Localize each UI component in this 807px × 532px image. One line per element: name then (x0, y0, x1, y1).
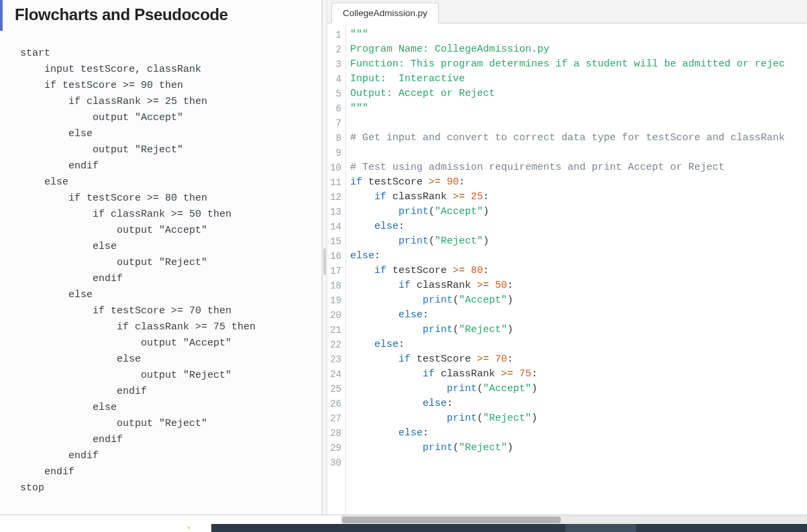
line-number: 13 (327, 205, 345, 219)
pseudocode-text: start input testScore, classRank if test… (20, 46, 305, 496)
code-line[interactable]: else: (350, 308, 807, 323)
line-number: 8 (327, 131, 345, 146)
line-number: 6 (327, 101, 345, 116)
code-line[interactable]: """ (350, 101, 807, 116)
code-line[interactable]: else: (350, 337, 807, 352)
editor-pane: CollegeAdmission.py 12345678910111213141… (327, 0, 807, 515)
code-line[interactable]: # Test using admission requirements and … (350, 160, 807, 175)
line-number: 15 (327, 234, 345, 249)
scrollbar-thumb[interactable] (342, 517, 561, 523)
file-tab-label: CollegeAdmission.py (343, 8, 427, 18)
code-line[interactable]: else: (350, 219, 807, 234)
editor-tab-bar: CollegeAdmission.py (327, 0, 807, 23)
code-line[interactable]: print("Reject") (350, 441, 807, 456)
code-line[interactable]: print("Accept") (350, 205, 807, 219)
line-number: 20 (327, 308, 345, 323)
line-number: 12 (327, 190, 345, 205)
line-number: 22 (327, 337, 345, 352)
line-number: 14 (327, 219, 345, 234)
line-number: 23 (327, 352, 345, 367)
file-tab[interactable]: CollegeAdmission.py (331, 3, 439, 23)
line-number: 11 (327, 175, 345, 190)
code-line[interactable]: print("Accept") (350, 293, 807, 308)
code-line[interactable]: Program Name: CollegeAdmission.py (350, 42, 807, 57)
line-number: 4 (327, 72, 345, 87)
code-line[interactable]: Output: Accept or Reject (350, 87, 807, 101)
code-line[interactable]: print("Reject") (350, 411, 807, 426)
code-line[interactable]: if classRank >= 25: (350, 190, 807, 205)
line-number: 27 (327, 411, 345, 426)
line-number: 7 (327, 116, 345, 131)
scrollbar-left-spacer (0, 515, 342, 524)
line-number-gutter: 1234567891011121314151617181920212223242… (327, 23, 346, 515)
code-line[interactable]: Input: Interactive (350, 72, 807, 87)
split-divider[interactable] (322, 0, 327, 515)
code-line[interactable] (350, 146, 807, 160)
line-number: 30 (327, 456, 345, 470)
code-line[interactable] (350, 456, 807, 470)
instructions-title: Flowcharts and Pseudocode (15, 5, 228, 24)
code-line[interactable]: Function: This program determines if a s… (350, 57, 807, 72)
line-number: 24 (327, 367, 345, 382)
line-number: 19 (327, 293, 345, 308)
status-bar-segment (566, 524, 636, 532)
horizontal-scrollbar-row (0, 515, 807, 524)
line-number: 17 (327, 264, 345, 278)
code-line[interactable]: print("Accept") (350, 382, 807, 396)
status-bar-mid (211, 524, 566, 532)
code-line[interactable]: """ (350, 28, 807, 42)
line-number: 2 (327, 42, 345, 57)
line-number: 26 (327, 396, 345, 411)
line-number: 21 (327, 323, 345, 337)
line-number: 25 (327, 382, 345, 396)
status-bar-right (636, 524, 807, 532)
code-line[interactable]: else: (350, 249, 807, 264)
code-line[interactable]: if testScore >= 70: (350, 352, 807, 367)
code-content[interactable]: """Program Name: CollegeAdmission.pyFunc… (346, 23, 807, 515)
code-line[interactable]: if classRank >= 50: (350, 278, 807, 293)
divider-grip-icon (323, 248, 326, 275)
code-line[interactable]: else: (350, 396, 807, 411)
line-number: 3 (327, 57, 345, 72)
code-line[interactable]: else: (350, 426, 807, 441)
line-number: 18 (327, 278, 345, 293)
line-number: 1 (327, 28, 345, 42)
status-bar (0, 524, 807, 532)
instructions-header: Flowcharts and Pseudocode (0, 0, 321, 31)
code-line[interactable]: if classRank >= 75: (350, 367, 807, 382)
status-bar-left (0, 524, 211, 532)
code-line[interactable]: print("Reject") (350, 234, 807, 249)
line-number: 16 (327, 249, 345, 264)
line-number: 5 (327, 87, 345, 101)
line-number: 9 (327, 146, 345, 160)
line-number: 10 (327, 160, 345, 175)
code-line[interactable]: # Get input and convert to correct data … (350, 131, 807, 146)
line-number: 28 (327, 426, 345, 441)
code-line[interactable]: if testScore >= 80: (350, 264, 807, 278)
instructions-pane: Flowcharts and Pseudocode start input te… (0, 0, 322, 515)
code-line[interactable]: if testScore >= 90: (350, 175, 807, 190)
code-editor[interactable]: 1234567891011121314151617181920212223242… (327, 23, 807, 515)
code-line[interactable] (350, 116, 807, 131)
code-line[interactable]: print("Reject") (350, 323, 807, 337)
horizontal-scrollbar[interactable] (342, 515, 807, 524)
pseudocode-scroll[interactable]: start input testScore, classRank if test… (0, 31, 321, 515)
line-number: 29 (327, 441, 345, 456)
